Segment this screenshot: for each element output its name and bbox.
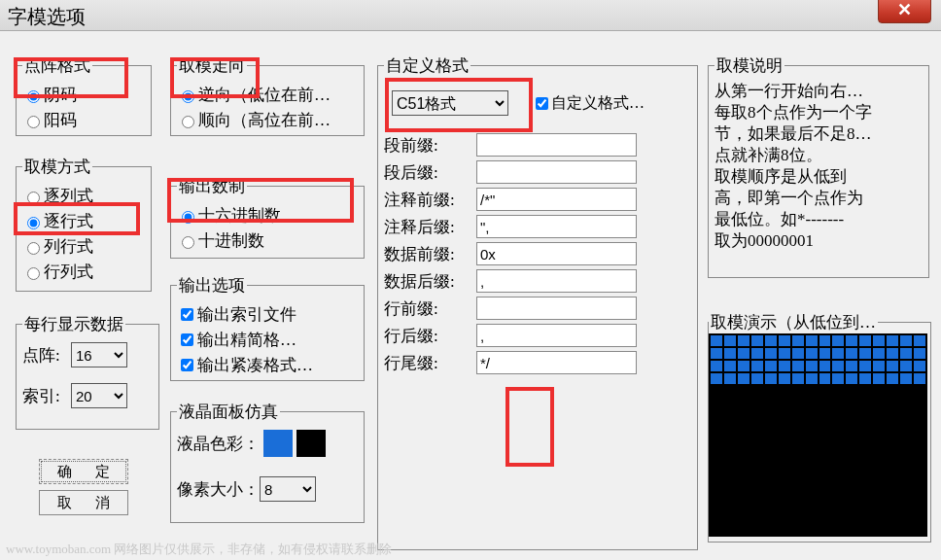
field-row-3: 注释后缀: bbox=[384, 215, 691, 238]
check-custom-format[interactable]: 自定义格式… bbox=[532, 93, 645, 114]
demo-cell bbox=[914, 361, 925, 371]
group-dot-format: 点阵格式 阴码 阳码 bbox=[16, 54, 152, 136]
description-text: 从第一行开始向右… 每取8个点作为一个字 节，如果最后不足8… 点就补满8位。 … bbox=[714, 81, 923, 252]
radio-rowcol[interactable]: 行列式 bbox=[22, 261, 145, 283]
radio-col[interactable]: 逐列式 bbox=[22, 185, 145, 207]
demo-cell bbox=[724, 373, 736, 384]
demo-cell bbox=[887, 361, 898, 371]
lcd-color-swatch-1[interactable] bbox=[263, 430, 293, 457]
window-title: 字模选项 bbox=[8, 6, 86, 27]
demo-cell bbox=[765, 335, 777, 346]
radio-yang[interactable]: 阳码 bbox=[22, 109, 145, 131]
group-output-options: 输出选项 输出索引文件 输出精简格… 输出紧凑格式… bbox=[170, 274, 365, 381]
row-pixel-size: 像素大小： 8 bbox=[177, 476, 358, 502]
title-bar: 字模选项 ✕ bbox=[0, 0, 941, 31]
field-row-1: 段后缀: bbox=[384, 160, 691, 184]
radio-row[interactable]: 逐行式 bbox=[22, 210, 145, 232]
demo-cell bbox=[738, 373, 749, 384]
radio-reverse[interactable]: 逆向（低位在前… bbox=[177, 84, 358, 106]
legend-output-options: 输出选项 bbox=[177, 274, 247, 297]
select-c51-format[interactable]: C51格式 bbox=[392, 90, 508, 116]
field-row-7: 行后缀: bbox=[384, 324, 691, 347]
demo-cell bbox=[751, 373, 763, 384]
demo-cell bbox=[887, 373, 898, 384]
close-button[interactable]: ✕ bbox=[878, 0, 931, 23]
legend-description: 取模说明 bbox=[714, 54, 784, 77]
select-index-count[interactable]: 20 bbox=[71, 383, 127, 408]
field-label-1: 段后缀: bbox=[384, 161, 476, 184]
group-lcd-sim: 液晶面板仿真 液晶色彩： 像素大小： 8 bbox=[170, 401, 365, 523]
demo-cell bbox=[900, 335, 912, 346]
check-tight[interactable]: 输出紧凑格式… bbox=[177, 354, 358, 376]
demo-cell bbox=[873, 348, 885, 359]
check-index-file[interactable]: 输出索引文件 bbox=[177, 303, 358, 326]
demo-cell bbox=[738, 348, 749, 359]
select-dot-count[interactable]: 16 bbox=[71, 342, 127, 368]
demo-cell bbox=[779, 373, 790, 384]
demo-cell bbox=[751, 361, 763, 371]
ok-button[interactable]: 确 定 bbox=[39, 459, 128, 484]
radio-dec[interactable]: 十进制数 bbox=[177, 229, 358, 252]
demo-cell bbox=[914, 335, 925, 346]
dialog-body: 点阵格式 阴码 阳码 取模方式 逐列式 逐行式 列行式 行列式 每行显示数据 点… bbox=[0, 31, 941, 560]
field-input-1[interactable] bbox=[476, 160, 637, 184]
field-input-7[interactable] bbox=[476, 324, 637, 347]
group-number-base: 输出数制 十六进制数 十进制数 bbox=[170, 175, 365, 259]
demo-cell bbox=[765, 361, 777, 371]
demo-cell bbox=[832, 373, 844, 384]
field-row-8: 行尾缀: bbox=[384, 351, 691, 374]
button-group: 确 定 取 消 bbox=[39, 453, 128, 521]
demo-cell bbox=[711, 373, 722, 384]
demo-cell bbox=[900, 361, 912, 371]
group-direction: 取模走向 逆向（低位在前… 顺向（高位在前… bbox=[170, 54, 365, 136]
field-row-4: 数据前缀: bbox=[384, 242, 691, 265]
demo-cell bbox=[792, 348, 804, 359]
demo-cell bbox=[792, 373, 804, 384]
field-input-8[interactable] bbox=[476, 351, 637, 374]
field-input-5[interactable] bbox=[476, 269, 637, 293]
field-row-2: 注释前缀: bbox=[384, 188, 691, 211]
cancel-button[interactable]: 取 消 bbox=[39, 490, 128, 515]
demo-cell bbox=[873, 361, 885, 371]
demo-cell bbox=[873, 373, 885, 384]
legend-dot-format: 点阵格式 bbox=[22, 54, 92, 77]
field-label-7: 行后缀: bbox=[384, 325, 476, 347]
watermark: www.toymoban.com 网络图片仅供展示，非存储，如有侵权请联系删除 bbox=[6, 541, 392, 558]
demo-cell bbox=[792, 335, 804, 346]
check-compact[interactable]: 输出精简格… bbox=[177, 329, 358, 351]
demo-cell bbox=[724, 348, 736, 359]
demo-cell bbox=[751, 348, 763, 359]
demo-cell bbox=[846, 373, 857, 384]
demo-cell bbox=[806, 335, 818, 346]
field-label-8: 行尾缀: bbox=[384, 352, 476, 374]
radio-yin[interactable]: 阴码 bbox=[22, 84, 145, 106]
demo-cell bbox=[711, 335, 722, 346]
legend-number-base: 输出数制 bbox=[177, 175, 247, 197]
demo-cell bbox=[751, 335, 763, 346]
demo-cell bbox=[887, 348, 898, 359]
demo-cell bbox=[914, 373, 925, 384]
row-lcd-color: 液晶色彩： bbox=[177, 430, 358, 457]
select-pixel-size[interactable]: 8 bbox=[260, 476, 316, 502]
field-label-0: 段前缀: bbox=[384, 134, 476, 157]
field-input-4[interactable] bbox=[476, 242, 637, 265]
radio-forward[interactable]: 顺向（高位在前… bbox=[177, 109, 358, 131]
group-description: 取模说明 从第一行开始向右… 每取8个点作为一个字 节，如果最后不足8… 点就补… bbox=[708, 54, 929, 278]
radio-hex[interactable]: 十六进制数 bbox=[177, 204, 358, 227]
field-input-0[interactable] bbox=[476, 133, 637, 157]
field-input-2[interactable] bbox=[476, 188, 637, 211]
field-label-3: 注释后缀: bbox=[384, 216, 476, 238]
radio-colrow[interactable]: 列行式 bbox=[22, 235, 145, 258]
legend-lcd-sim: 液晶面板仿真 bbox=[177, 401, 280, 423]
demo-cell bbox=[859, 373, 871, 384]
demo-cell bbox=[738, 361, 749, 371]
field-input-3[interactable] bbox=[476, 215, 637, 238]
demo-cell bbox=[792, 361, 804, 371]
demo-cell bbox=[873, 335, 885, 346]
field-input-6[interactable] bbox=[476, 297, 637, 320]
legend-demo: 取模演示（从低位到… bbox=[709, 311, 878, 333]
lcd-color-swatch-2[interactable] bbox=[296, 430, 326, 457]
field-row-0: 段前缀: bbox=[384, 133, 691, 157]
demo-cell bbox=[859, 335, 871, 346]
demo-cell bbox=[832, 361, 844, 371]
